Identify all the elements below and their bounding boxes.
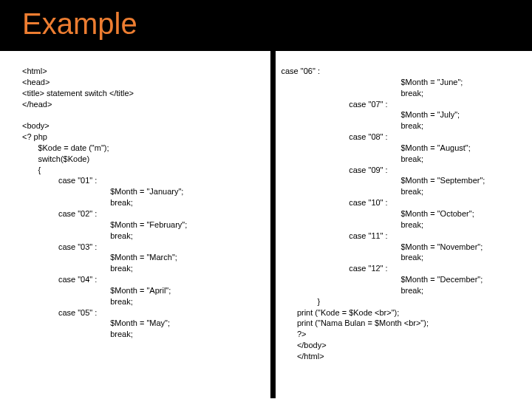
content-area: <html> <head> <title> statement switch <… <box>0 51 532 398</box>
column-divider <box>270 51 276 398</box>
code-column-left: <html> <head> <title> statement switch <… <box>0 51 270 398</box>
title-bar: Example <box>0 0 532 51</box>
code-column-right: case "06" : $Month = "June"; break; case… <box>276 51 533 398</box>
slide: Example <html> <head> <title> statement … <box>0 0 532 399</box>
slide-title: Example <box>22 7 510 41</box>
